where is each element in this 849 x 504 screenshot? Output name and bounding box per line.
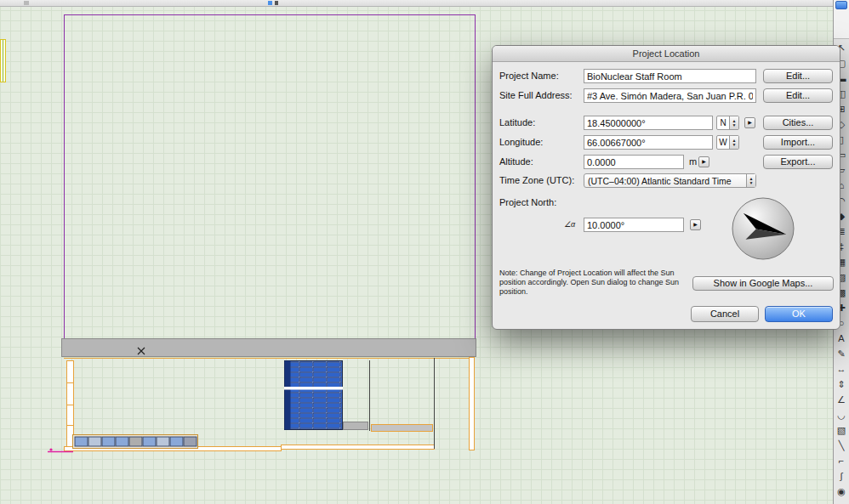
toolbar-mark-dark-icon	[275, 1, 278, 5]
latitude-disclosure-button[interactable]: ▶	[744, 117, 755, 128]
project-name-label: Project Name:	[499, 69, 559, 83]
fill-tool-icon[interactable]: ▧	[834, 422, 849, 438]
dimension-tool-icon[interactable]: ↔	[834, 361, 849, 377]
project-north-disclosure-button[interactable]: ▶	[690, 219, 701, 230]
dialog-title: Project Location	[493, 46, 840, 62]
edit-name-button[interactable]: Edit...	[763, 69, 833, 83]
site-address-label: Site Full Address:	[499, 88, 573, 103]
spline-tool-icon[interactable]: ∫	[834, 468, 849, 484]
longitude-hemisphere-value: W	[717, 136, 729, 149]
scrollbar-track[interactable]	[834, 0, 849, 39]
longitude-label: Longitude:	[499, 135, 543, 150]
top-toolbar-strip	[0, 0, 833, 7]
label-tool-icon[interactable]: ✎	[834, 346, 849, 361]
stepper-arrows-icon[interactable]: ▲▼	[729, 116, 738, 129]
project-north-label: Project North:	[499, 195, 556, 210]
timezone-value: (UTC–04:00) Atlantic Standard Time	[584, 176, 735, 186]
edit-address-button[interactable]: Edit...	[763, 88, 833, 103]
scrollbar-thumb[interactable]	[835, 1, 847, 9]
latitude-label: Latitude:	[499, 116, 535, 130]
altitude-label: Altitude:	[499, 155, 533, 169]
import-button[interactable]: Import...	[763, 135, 833, 150]
cities-button[interactable]: Cities...	[763, 116, 833, 130]
text-tool-icon[interactable]: A	[834, 331, 849, 346]
longitude-hemisphere-stepper[interactable]: W ▲▼	[716, 135, 739, 150]
altitude-input[interactable]	[584, 155, 684, 169]
radial-dimension-tool-icon[interactable]: ◡	[834, 407, 849, 422]
latitude-input[interactable]	[584, 116, 713, 130]
timezone-dropdown[interactable]: (UTC–04:00) Atlantic Standard Time ▲▼	[584, 173, 756, 188]
toolbar-mark-icon	[24, 1, 29, 5]
ok-button[interactable]: OK	[765, 306, 833, 322]
cancel-button[interactable]: Cancel	[691, 306, 759, 322]
project-north-input[interactable]	[584, 218, 684, 232]
camera-tool-icon[interactable]: ◉	[834, 484, 849, 499]
altitude-disclosure-button[interactable]: ▶	[698, 156, 709, 167]
dropdown-arrows-icon: ▲▼	[746, 174, 755, 187]
export-button[interactable]: Export...	[763, 155, 833, 169]
show-in-google-maps-button[interactable]: Show in Google Maps...	[692, 276, 834, 291]
toolbar-mark-blue-icon	[268, 1, 272, 5]
latitude-hemisphere-stepper[interactable]: N ▲▼	[716, 116, 739, 130]
project-location-dialog: Project Location Project Name: Edit... S…	[492, 45, 840, 330]
altitude-unit-label: m	[689, 155, 697, 169]
timezone-label: Time Zone (UTC):	[499, 173, 574, 188]
polyline-tool-icon[interactable]: ⌐	[834, 453, 849, 468]
project-name-input[interactable]	[584, 69, 756, 83]
stepper-arrows-icon[interactable]: ▲▼	[729, 136, 738, 149]
latitude-hemisphere-value: N	[717, 116, 729, 129]
sun-position-note: Note: Change of Project Location will af…	[499, 269, 690, 297]
angle-dimension-tool-icon[interactable]: ∠	[834, 392, 849, 407]
site-address-input[interactable]	[584, 88, 756, 103]
north-compass-graphic	[731, 196, 795, 261]
level-dimension-tool-icon[interactable]: ⇕	[834, 377, 849, 392]
line-tool-icon[interactable]: ╲	[834, 438, 849, 453]
angle-alpha-icon: ∠α	[564, 218, 582, 232]
longitude-input[interactable]	[584, 135, 713, 150]
archicad-window: ↖▢▬◫⊞◇▯▭▱⌂◠◆≣‡▦▨▩✚○A✎↔⇕∠◡▧╲⌐∫◉ Project L…	[0, 0, 849, 504]
